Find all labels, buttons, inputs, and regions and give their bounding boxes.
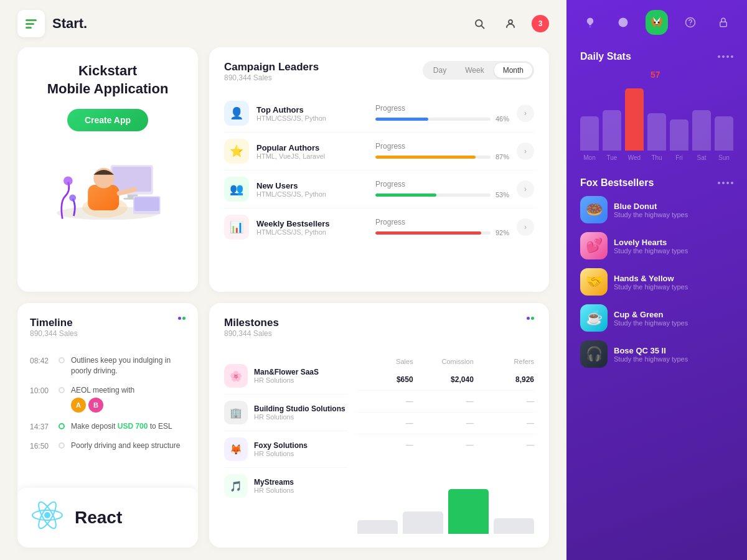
milestones-header: Milestones 890,344 Sales (224, 317, 534, 348)
bestseller-thumb: 🤝 (580, 268, 608, 296)
create-app-button[interactable]: Create App (67, 109, 148, 131)
chart-bar-group (580, 116, 599, 151)
milestones-title: Milestones (224, 317, 279, 329)
campaign-header: Campaign Leaders 890,344 Sales Day Week … (224, 61, 534, 92)
row-progress: Progress 46% (375, 104, 509, 123)
milestones-chart (357, 484, 534, 534)
bestseller-thumb: 🍩 (580, 196, 608, 223)
bestseller-item[interactable]: 🎧 Bose QC 35 II Study the highway types (580, 340, 733, 368)
tab-month[interactable]: Month (494, 63, 532, 78)
milestone-row: 🏢 Building Studio Solutions HR Solutions (224, 394, 347, 431)
milestone-icon: 🏢 (224, 401, 248, 424)
campaign-row: 👤 Top Authors HTML/CSS/JS, Python Progre… (224, 95, 534, 133)
chart-bar-group (647, 113, 666, 151)
bs-name: Lovely Hearts (614, 238, 688, 247)
bestseller-item[interactable]: 🍩 Blue Donut Study the highway types (580, 196, 733, 223)
timeline-title: Timeline (30, 317, 78, 329)
fox-bestsellers-section: Fox Bestsellers 🍩 Blue Donut Study the h… (566, 170, 747, 560)
bestseller-item[interactable]: 💕 Lovely Hearts Study the highway types (580, 232, 733, 259)
row-tags: HTML/CSS/JS, Python (256, 190, 368, 198)
chart-bar (494, 518, 534, 534)
row-tags: HTML, VueJS, Laravel (256, 152, 368, 160)
chart-days: Mon Tue Wed Thu Fri Sat Sun (580, 154, 733, 161)
main-area: Start. 3 Kickstart Mobile Application Cr… (0, 0, 566, 560)
milestones-right: Sales Comission Refers $650 $2,040 8,926… (357, 358, 534, 534)
logo-icon (17, 10, 45, 37)
campaign-row: 📊 Weekly Bestsellers HTML/CSS/JS, Python… (224, 208, 534, 246)
bs-name: Hands & Yellow (614, 274, 688, 283)
row-name: Weekly Bestsellers (256, 219, 368, 228)
bestsellers-icon: 📊 (224, 215, 249, 240)
svg-line-1 (481, 26, 484, 28)
row-name: New Users (256, 181, 368, 190)
timeline-item: 14:37 Make deposit USD 700 to ESL (30, 421, 186, 432)
panel-nav-help[interactable] (679, 10, 702, 35)
timeline-item: 16:50 Poorly driving and keep structure (30, 441, 186, 451)
panel-nav-lock[interactable] (712, 10, 735, 35)
timeline-item: 08:42 Outlines keep you indulging in poo… (30, 355, 186, 376)
react-label: React (75, 508, 122, 528)
stats-row: — — — (357, 391, 534, 413)
bestseller-item[interactable]: ☕ Cup & Green Study the highway types (580, 304, 733, 332)
row-arrow[interactable]: › (517, 142, 534, 160)
bs-desc: Study the highway types (614, 355, 688, 363)
daily-stats-section: Daily Stats 57 (566, 45, 747, 170)
user-icon[interactable] (500, 14, 520, 34)
fox-bestsellers-title: Fox Bestsellers (580, 177, 654, 189)
svg-rect-9 (88, 185, 119, 210)
timeline-card: Timeline 890,344 Sales 08:42 Outlines ke… (17, 303, 198, 548)
bestseller-item[interactable]: 🤝 Hands & Yellow Study the highway types (580, 268, 733, 296)
chart-bar-group (715, 116, 733, 151)
bs-desc: Study the highway types (614, 211, 688, 218)
chart-bar-group (692, 110, 711, 151)
panel-nav-lightbulb[interactable] (579, 10, 601, 35)
stats-row: $650 $2,040 8,926 (357, 369, 534, 391)
search-icon[interactable] (469, 14, 489, 34)
timeline-subtitle: 890,344 Sales (30, 329, 78, 338)
tab-day[interactable]: Day (425, 63, 455, 78)
notification-badge[interactable]: 3 (532, 15, 549, 32)
svg-rect-27 (720, 22, 727, 27)
fox-bestsellers-header: Fox Bestsellers (580, 177, 733, 189)
timeline-dots[interactable] (178, 317, 186, 320)
svg-point-12 (69, 195, 76, 202)
milestone-icon: 🎵 (224, 474, 248, 498)
logo-lines (26, 19, 37, 29)
milestone-icon: 🦊 (224, 437, 248, 461)
row-tags: HTML/CSS/JS, Python (256, 228, 368, 236)
milestone-row: 🌸 Man&Flower SaaS HR Solutions (224, 358, 347, 394)
row-progress: Progress 92% (375, 218, 509, 236)
react-atom-icon (30, 498, 65, 538)
tab-week[interactable]: Week (456, 63, 492, 78)
daily-stats-menu[interactable] (718, 55, 733, 58)
kickstart-card: Kickstart Mobile Application Create App (17, 47, 198, 292)
milestones-dots[interactable] (527, 317, 534, 320)
panel-nav-fox[interactable] (646, 10, 668, 35)
users-icon: 👥 (224, 177, 249, 202)
timeline-header: Timeline 890,344 Sales (30, 317, 186, 348)
timeline-list: 08:42 Outlines keep you indulging in poo… (30, 355, 186, 451)
chart-bar-highlight (448, 489, 489, 534)
chart-peak-value: 57 (651, 70, 660, 80)
chart-bar (403, 511, 443, 534)
svg-point-15 (44, 512, 50, 518)
row-arrow[interactable]: › (517, 180, 534, 198)
stats-header: Sales Comission Refers (357, 358, 534, 369)
react-banner: React (17, 488, 198, 548)
header: Start. 3 (0, 0, 566, 47)
campaign-row: ⭐ Popular Authors HTML, VueJS, Laravel P… (224, 133, 534, 170)
chart-bar-group (670, 119, 688, 151)
daily-stats-header: Daily Stats (580, 51, 733, 62)
bs-desc: Study the highway types (614, 283, 688, 291)
panel-nav-alert[interactable] (613, 10, 635, 35)
campaign-rows: 👤 Top Authors HTML/CSS/JS, Python Progre… (224, 95, 534, 246)
bs-desc: Study the highway types (614, 247, 688, 254)
row-arrow[interactable]: › (517, 105, 534, 122)
row-progress: Progress 53% (375, 180, 509, 198)
svg-point-23 (654, 22, 656, 24)
daily-stats-title: Daily Stats (580, 51, 631, 62)
illustration (45, 139, 170, 220)
row-arrow[interactable]: › (517, 218, 534, 236)
fox-bestsellers-menu[interactable] (718, 182, 733, 184)
timeline-item: 10:00 AEOL meeting with A B (30, 385, 186, 413)
